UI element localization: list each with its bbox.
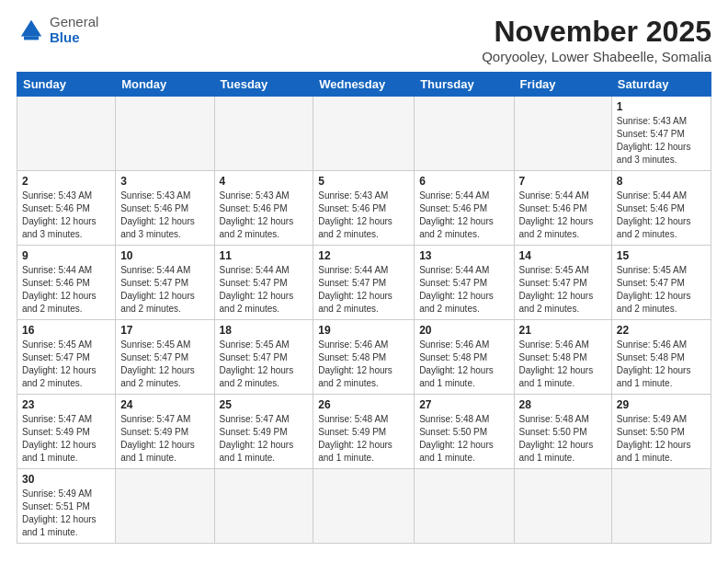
calendar-cell: 21Sunrise: 5:46 AMSunset: 5:48 PMDayligh…: [514, 320, 611, 395]
day-info: Sunrise: 5:44 AMSunset: 5:47 PMDaylight:…: [120, 264, 209, 316]
calendar-header-row: SundayMondayTuesdayWednesdayThursdayFrid…: [17, 73, 711, 97]
day-number: 21: [519, 324, 607, 337]
day-number: 9: [22, 249, 110, 262]
day-info: Sunrise: 5:44 AMSunset: 5:46 PMDaylight:…: [617, 190, 706, 241]
day-info: Sunrise: 5:49 AMSunset: 5:51 PMDaylight:…: [22, 488, 110, 539]
day-info: Sunrise: 5:49 AMSunset: 5:50 PMDaylight:…: [617, 413, 706, 465]
calendar-cell: 27Sunrise: 5:48 AMSunset: 5:50 PMDayligh…: [415, 395, 514, 469]
calendar-cell: [214, 97, 313, 171]
day-number: 14: [519, 249, 607, 262]
day-number: 2: [22, 175, 110, 188]
logo-blue: Blue: [50, 30, 98, 46]
calendar-cell: 4Sunrise: 5:43 AMSunset: 5:46 PMDaylight…: [214, 171, 313, 246]
calendar-cell: 9Sunrise: 5:44 AMSunset: 5:46 PMDaylight…: [17, 246, 116, 320]
day-number: 25: [220, 398, 309, 411]
day-number: 24: [120, 398, 209, 411]
day-info: Sunrise: 5:45 AMSunset: 5:47 PMDaylight:…: [617, 264, 706, 316]
calendar-cell: 10Sunrise: 5:44 AMSunset: 5:47 PMDayligh…: [116, 246, 214, 320]
day-info: Sunrise: 5:43 AMSunset: 5:46 PMDaylight:…: [120, 190, 209, 241]
day-number: 30: [22, 473, 110, 486]
col-header-friday: Friday: [514, 73, 611, 97]
week-row-5: 23Sunrise: 5:47 AMSunset: 5:49 PMDayligh…: [17, 395, 711, 469]
day-number: 7: [519, 175, 607, 188]
day-number: 26: [318, 398, 409, 411]
calendar-cell: 6Sunrise: 5:44 AMSunset: 5:46 PMDaylight…: [415, 171, 514, 246]
day-info: Sunrise: 5:47 AMSunset: 5:49 PMDaylight:…: [22, 413, 110, 465]
day-info: Sunrise: 5:43 AMSunset: 5:47 PMDaylight:…: [617, 115, 706, 167]
day-number: 18: [220, 324, 309, 337]
location-subtitle: Qoryooley, Lower Shabeelle, Somalia: [482, 49, 711, 64]
calendar-cell: 2Sunrise: 5:43 AMSunset: 5:46 PMDaylight…: [17, 171, 116, 246]
day-number: 4: [220, 175, 309, 188]
calendar-cell: [313, 97, 415, 171]
calendar-cell: 11Sunrise: 5:44 AMSunset: 5:47 PMDayligh…: [214, 246, 313, 320]
calendar-cell: [313, 469, 415, 544]
calendar-cell: 20Sunrise: 5:46 AMSunset: 5:48 PMDayligh…: [415, 320, 514, 395]
day-info: Sunrise: 5:45 AMSunset: 5:47 PMDaylight:…: [120, 339, 209, 390]
day-info: Sunrise: 5:46 AMSunset: 5:48 PMDaylight:…: [617, 339, 706, 390]
day-info: Sunrise: 5:48 AMSunset: 5:49 PMDaylight:…: [318, 413, 409, 465]
day-info: Sunrise: 5:44 AMSunset: 5:47 PMDaylight:…: [318, 264, 409, 316]
page: General Blue November 2025 Qoryooley, Lo…: [0, 0, 728, 563]
day-number: 11: [220, 249, 309, 262]
calendar-cell: 25Sunrise: 5:47 AMSunset: 5:49 PMDayligh…: [214, 395, 313, 469]
day-info: Sunrise: 5:44 AMSunset: 5:47 PMDaylight:…: [220, 264, 309, 316]
logo-text: General Blue: [50, 15, 98, 45]
calendar-cell: [514, 97, 611, 171]
day-info: Sunrise: 5:43 AMSunset: 5:46 PMDaylight:…: [318, 190, 409, 241]
calendar-cell: 13Sunrise: 5:44 AMSunset: 5:47 PMDayligh…: [415, 246, 514, 320]
calendar-cell: [214, 469, 313, 544]
calendar-cell: 3Sunrise: 5:43 AMSunset: 5:46 PMDaylight…: [116, 171, 214, 246]
week-row-6: 30Sunrise: 5:49 AMSunset: 5:51 PMDayligh…: [17, 469, 711, 544]
day-number: 15: [617, 249, 706, 262]
col-header-wednesday: Wednesday: [313, 73, 415, 97]
calendar-cell: 8Sunrise: 5:44 AMSunset: 5:46 PMDaylight…: [611, 171, 711, 246]
day-info: Sunrise: 5:43 AMSunset: 5:46 PMDaylight:…: [22, 190, 110, 241]
month-year-title: November 2025: [482, 15, 711, 49]
day-info: Sunrise: 5:45 AMSunset: 5:47 PMDaylight:…: [220, 339, 309, 390]
calendar-cell: [116, 97, 214, 171]
calendar-cell: 5Sunrise: 5:43 AMSunset: 5:46 PMDaylight…: [313, 171, 415, 246]
calendar-cell: [415, 469, 514, 544]
week-row-1: 1Sunrise: 5:43 AMSunset: 5:47 PMDaylight…: [17, 97, 711, 171]
day-info: Sunrise: 5:47 AMSunset: 5:49 PMDaylight:…: [220, 413, 309, 465]
day-info: Sunrise: 5:45 AMSunset: 5:47 PMDaylight:…: [22, 339, 110, 390]
logo-general: General: [50, 15, 98, 30]
calendar-cell: 18Sunrise: 5:45 AMSunset: 5:47 PMDayligh…: [214, 320, 313, 395]
day-info: Sunrise: 5:43 AMSunset: 5:46 PMDaylight:…: [220, 190, 309, 241]
day-number: 23: [22, 398, 110, 411]
day-info: Sunrise: 5:44 AMSunset: 5:46 PMDaylight:…: [419, 190, 508, 241]
day-number: 3: [120, 175, 209, 188]
calendar-cell: 28Sunrise: 5:48 AMSunset: 5:50 PMDayligh…: [514, 395, 611, 469]
day-number: 16: [22, 324, 110, 337]
calendar-cell: 16Sunrise: 5:45 AMSunset: 5:47 PMDayligh…: [17, 320, 116, 395]
day-number: 8: [617, 175, 706, 188]
day-number: 5: [318, 175, 409, 188]
calendar-cell: 22Sunrise: 5:46 AMSunset: 5:48 PMDayligh…: [611, 320, 711, 395]
calendar-cell: [611, 469, 711, 544]
calendar-cell: [116, 469, 214, 544]
day-info: Sunrise: 5:46 AMSunset: 5:48 PMDaylight:…: [419, 339, 508, 390]
day-number: 1: [617, 100, 706, 113]
logo: General Blue: [17, 15, 98, 45]
week-row-3: 9Sunrise: 5:44 AMSunset: 5:46 PMDaylight…: [17, 246, 711, 320]
calendar-cell: 24Sunrise: 5:47 AMSunset: 5:49 PMDayligh…: [116, 395, 214, 469]
calendar-cell: 17Sunrise: 5:45 AMSunset: 5:47 PMDayligh…: [116, 320, 214, 395]
week-row-4: 16Sunrise: 5:45 AMSunset: 5:47 PMDayligh…: [17, 320, 711, 395]
col-header-thursday: Thursday: [415, 73, 514, 97]
calendar-cell: 15Sunrise: 5:45 AMSunset: 5:47 PMDayligh…: [611, 246, 711, 320]
day-info: Sunrise: 5:48 AMSunset: 5:50 PMDaylight:…: [419, 413, 508, 465]
col-header-tuesday: Tuesday: [214, 73, 313, 97]
day-number: 13: [419, 249, 508, 262]
calendar-cell: 12Sunrise: 5:44 AMSunset: 5:47 PMDayligh…: [313, 246, 415, 320]
title-block: November 2025 Qoryooley, Lower Shabeelle…: [482, 15, 711, 64]
day-number: 28: [519, 398, 607, 411]
day-number: 10: [120, 249, 209, 262]
day-number: 27: [419, 398, 508, 411]
day-number: 29: [617, 398, 706, 411]
day-info: Sunrise: 5:46 AMSunset: 5:48 PMDaylight:…: [519, 339, 607, 390]
calendar-cell: 26Sunrise: 5:48 AMSunset: 5:49 PMDayligh…: [313, 395, 415, 469]
day-info: Sunrise: 5:46 AMSunset: 5:48 PMDaylight:…: [318, 339, 409, 390]
calendar-cell: [17, 97, 116, 171]
calendar-cell: 23Sunrise: 5:47 AMSunset: 5:49 PMDayligh…: [17, 395, 116, 469]
